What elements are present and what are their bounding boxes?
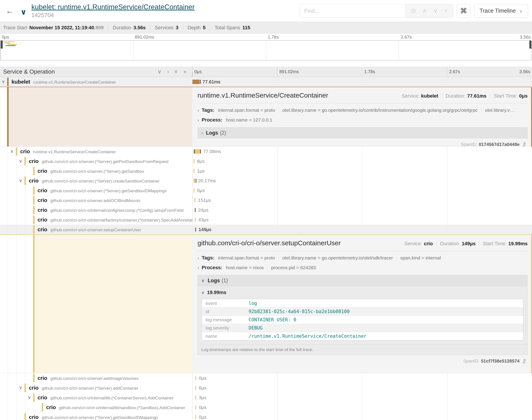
- log-entry-toggle[interactable]: ∨19.99ms: [198, 286, 527, 298]
- deep-link-icon[interactable]: [522, 359, 527, 364]
- span-row[interactable]: criogithub.com/cri-o/cri-o/server.(*Serv…: [0, 186, 532, 195]
- span-name-cell[interactable]: criogithub.com/cri-o/cri-o/internal/lib/…: [0, 403, 192, 412]
- span-duration-bar[interactable]: [194, 169, 194, 173]
- span-collapse-chevron-icon[interactable]: ∨: [18, 385, 23, 390]
- span-name-cell[interactable]: criogithub.com/cri-o/cri-o/server.(*Serv…: [0, 166, 192, 176]
- span-timeline-cell[interactable]: 43μs: [192, 215, 532, 225]
- span-name-cell[interactable]: criogithub.com/cri-o/cri-o/server.addOCI…: [0, 195, 192, 205]
- span-name-cell[interactable]: criogithub.com/cri-o/cri-o/internal/conf…: [0, 205, 192, 215]
- locate-icon[interactable]: ◎: [411, 7, 416, 14]
- service-name: criogithub.com/cri-o/cri-o/internal/fact…: [37, 217, 192, 223]
- span-row[interactable]: criogithub.com/cri-o/cri-o/server.addIma…: [0, 373, 532, 383]
- service-color-bar: [24, 413, 26, 420]
- span-name-cell[interactable]: ∨criogithub.com/cri-o/cri-o/internal/lib…: [0, 393, 192, 403]
- span-duration-bar[interactable]: [194, 179, 196, 183]
- span-name-cell[interactable]: criogithub.com/cri-o/cri-o/server.addIma…: [0, 373, 192, 383]
- span-duration-bar[interactable]: [192, 80, 200, 84]
- back-button[interactable]: ←: [3, 6, 16, 15]
- meta-label: Duration:: [446, 93, 465, 99]
- service-color-bar: [33, 216, 35, 224]
- span-row[interactable]: criogithub.com/cri-o/cri-o/internal/conf…: [0, 205, 532, 215]
- span-name-cell[interactable]: criogithub.com/cri-o/cri-o/server.(*Serv…: [0, 186, 192, 195]
- span-timeline-cell[interactable]: 77.61ms: [192, 77, 532, 87]
- collapse-all-icon[interactable]: »: [173, 70, 179, 73]
- operation-name: github.com/cri-o/cri-o/server.addOCIBind…: [50, 198, 141, 203]
- span-duration-bar[interactable]: [194, 188, 194, 193]
- expand-one-icon[interactable]: ›: [167, 69, 169, 75]
- span-timeline-cell[interactable]: 0μs: [192, 373, 532, 383]
- span-row[interactable]: criogithub.com/cri-o/cri-o/internal/lib/…: [0, 403, 532, 412]
- minimap-canvas[interactable]: [0, 40, 532, 60]
- span-row[interactable]: ∨criogithub.com/cri-o/cri-o/server.(*Ser…: [0, 383, 532, 393]
- span-name-cell[interactable]: ∨criogithub.com/cri-o/cri-o/server.(*Ser…: [0, 383, 192, 393]
- span-timeline-cell[interactable]: 8μs: [192, 156, 532, 166]
- keyboard-shortcuts-button[interactable]: ⌘: [457, 4, 470, 18]
- span-duration-bar[interactable]: [194, 198, 195, 202]
- span-row[interactable]: ∨criogithub.com/cri-o/cri-o/server.(*Ser…: [0, 156, 532, 166]
- indent-guide: [16, 195, 17, 205]
- span-timeline-cell[interactable]: 24μs: [192, 205, 532, 215]
- span-id-label: SpanID:: [463, 359, 479, 364]
- span-row[interactable]: criogithub.com/cri-o/cri-o/server.(*Serv…: [0, 412, 532, 420]
- find-input[interactable]: [300, 4, 405, 17]
- span-collapse-chevron-icon[interactable]: ∨: [18, 158, 23, 164]
- tags-toggle[interactable]: ›Tags:internal.span.format = protootel.l…: [198, 255, 528, 261]
- span-timeline-cell[interactable]: 3μs: [192, 393, 532, 403]
- span-timeline-cell[interactable]: 0μs: [192, 403, 532, 412]
- span-row[interactable]: criogithub.com/cri-o/cri-o/server.addOCI…: [0, 195, 532, 205]
- minimap-left-handle[interactable]: [1, 41, 3, 48]
- span-timeline-cell[interactable]: 0μs: [192, 186, 532, 195]
- meta-label: Duration:: [440, 241, 460, 247]
- span-duration-bar[interactable]: [195, 376, 196, 380]
- expand-all-icon[interactable]: »: [184, 69, 187, 75]
- span-name-cell[interactable]: ∨criogithub.com/cri-o/cri-o/server.(*Ser…: [0, 176, 192, 186]
- span-timeline-cell[interactable]: 149μs: [192, 225, 532, 234]
- span-row[interactable]: ∨criogithub.com/cri-o/cri-o/server.(*Ser…: [0, 176, 532, 186]
- span-row[interactable]: ∨criogithub.com/cri-o/cri-o/internal/lib…: [0, 393, 532, 403]
- span-duration-bar[interactable]: [195, 415, 196, 419]
- span-name-cell[interactable]: ∨kubeletruntime.v1.RuntimeService/Create…: [0, 77, 192, 87]
- span-name-cell[interactable]: ∨criogithub.com/cri-o/cri-o/server.(*Ser…: [0, 156, 192, 166]
- process-toggle[interactable]: ›Process:host.name = 127.0.0.1: [198, 117, 528, 123]
- trace-header-collapse-chevron-icon[interactable]: ∨: [20, 8, 27, 16]
- trace-view-selector[interactable]: Trace Timeline ∨: [474, 4, 528, 18]
- find-clear-icon[interactable]: ×: [444, 7, 448, 14]
- span-duration-bar[interactable]: [195, 386, 196, 390]
- span-duration-bar[interactable]: [194, 159, 194, 164]
- find-next-icon[interactable]: ∨: [434, 7, 438, 14]
- span-name-cell[interactable]: criogithub.com/cri-o/cri-o/server.(*Serv…: [0, 412, 192, 420]
- span-timeline-cell[interactable]: 20.17ms: [192, 176, 532, 186]
- indent-guide: [16, 235, 17, 373]
- service-name-text: crio: [37, 207, 47, 213]
- logs-toggle[interactable]: ›Logs(2): [198, 127, 528, 138]
- deep-link-icon[interactable]: [522, 142, 527, 147]
- span-timeline-cell[interactable]: 6μs: [192, 383, 532, 393]
- span-collapse-chevron-icon[interactable]: ∨: [18, 178, 23, 183]
- span-name-cell[interactable]: ∨crioruntime.v1.RuntimeService/CreateCon…: [0, 147, 192, 156]
- span-duration-bar[interactable]: [195, 395, 196, 400]
- span-collapse-chevron-icon[interactable]: ∨: [10, 149, 15, 154]
- span-duration-bar[interactable]: [195, 218, 196, 222]
- span-collapse-chevron-icon[interactable]: ∨: [1, 79, 6, 84]
- span-name-cell[interactable]: criogithub.com/cri-o/cri-o/server.setupC…: [0, 225, 192, 234]
- span-timeline-cell[interactable]: 77.08ms: [192, 147, 532, 156]
- tags-toggle[interactable]: ›Tags:internal.span.format = protootel.l…: [198, 107, 528, 113]
- span-row[interactable]: ∨crioruntime.v1.RuntimeService/CreateCon…: [0, 147, 532, 156]
- indent-guide: [25, 225, 25, 234]
- span-row[interactable]: criogithub.com/cri-o/cri-o/server.setupC…: [0, 225, 532, 234]
- span-name-cell[interactable]: criogithub.com/cri-o/cri-o/internal/fact…: [0, 215, 192, 225]
- process-toggle[interactable]: ›Process:host.name = nixosprocess.pid = …: [198, 265, 528, 270]
- span-timeline-cell[interactable]: 1μs: [192, 166, 532, 176]
- span-duration-bar[interactable]: [195, 405, 196, 410]
- span-row[interactable]: criogithub.com/cri-o/cri-o/server.(*Serv…: [0, 166, 532, 176]
- trace-title-link[interactable]: kubelet: runtime.v1.RuntimeService/Creat…: [31, 3, 195, 11]
- logs-toggle[interactable]: ∨Logs(1): [198, 275, 528, 286]
- span-row[interactable]: ∨kubeletruntime.v1.RuntimeService/Create…: [0, 77, 532, 87]
- span-row[interactable]: criogithub.com/cri-o/cri-o/internal/fact…: [0, 215, 532, 225]
- collapse-one-icon[interactable]: ∨: [157, 69, 162, 75]
- minimap-right-handle[interactable]: [529, 41, 531, 48]
- span-timeline-cell[interactable]: 0μs: [192, 412, 532, 420]
- span-timeline-cell[interactable]: 151μs: [192, 195, 532, 205]
- find-prev-icon[interactable]: ∧: [422, 7, 427, 14]
- span-collapse-chevron-icon[interactable]: ∨: [27, 395, 32, 400]
